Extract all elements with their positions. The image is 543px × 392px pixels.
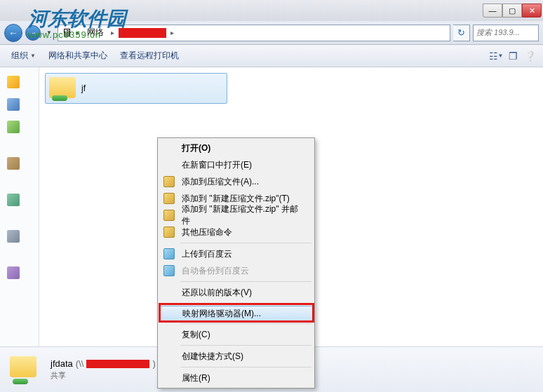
toolbar: 组织 ▼ 网络和共享中心 查看远程打印机 ☷ ▼ ❐ ❔ bbox=[0, 45, 543, 67]
ctx-other-zip[interactable]: 其他压缩命令 bbox=[159, 224, 313, 241]
dropdown-icon: ▼ bbox=[498, 53, 504, 59]
details-item-name: jfdata (\\) bbox=[51, 358, 156, 369]
breadcrumb-redacted bbox=[119, 28, 166, 38]
archive-icon bbox=[163, 210, 175, 221]
archive-icon bbox=[163, 227, 175, 238]
window-controls: — ▢ ✕ bbox=[483, 4, 542, 18]
maximize-button[interactable]: ▢ bbox=[502, 4, 522, 18]
ctx-properties[interactable]: 属性(R) bbox=[159, 370, 313, 386]
ctx-open-new-window[interactable]: 在新窗口中打开(E) bbox=[159, 156, 313, 173]
details-item-type: 共享 bbox=[51, 370, 156, 381]
ctx-copy[interactable]: 复制(C) bbox=[159, 326, 313, 343]
nav-forward-button[interactable]: → bbox=[25, 25, 41, 41]
close-button[interactable]: ✕ bbox=[522, 4, 542, 18]
nav-back-button[interactable]: ← bbox=[4, 24, 22, 42]
ctx-upload-baidu[interactable]: 上传到百度云 bbox=[159, 245, 313, 262]
breadcrumb-network[interactable]: 网络 bbox=[84, 25, 107, 40]
nav-history-dropdown[interactable]: ▼ bbox=[43, 29, 55, 36]
address-bar[interactable]: 🖥 ▸ 网络 ▸ ▸ bbox=[58, 25, 450, 41]
breadcrumb-sep: ▸ bbox=[76, 29, 80, 36]
ctx-separator bbox=[180, 303, 311, 304]
details-text: jfdata (\\) 共享 bbox=[51, 358, 156, 381]
ctx-add-zip-mail[interactable]: 添加到 "新建压缩文件.zip" 并邮件 bbox=[159, 207, 313, 224]
sidebar-favorites-icon[interactable] bbox=[7, 76, 20, 88]
search-input[interactable]: 搜索 193.9... bbox=[473, 25, 539, 41]
sidebar-homegroup-icon[interactable] bbox=[7, 194, 20, 206]
help-button[interactable]: ❔ bbox=[522, 48, 537, 64]
ctx-separator bbox=[180, 367, 311, 367]
cloud-icon bbox=[163, 265, 175, 276]
view-button[interactable]: ☷ ▼ bbox=[488, 48, 504, 64]
address-row: ← → ▼ 🖥 ▸ 网络 ▸ ▸ ↻ 搜索 193.9... bbox=[0, 21, 543, 45]
sidebar-network-icon[interactable] bbox=[7, 266, 20, 279]
ctx-separator bbox=[180, 243, 311, 243]
shared-folder-icon bbox=[8, 355, 42, 384]
folder-item-selected[interactable]: jf bbox=[45, 73, 227, 104]
context-menu: 打开(O) 在新窗口中打开(E) 添加到压缩文件(A)... 添加到 "新建压缩… bbox=[157, 137, 315, 388]
sidebar-downloads-icon[interactable] bbox=[7, 121, 20, 133]
folder-name: jf bbox=[81, 83, 86, 93]
sidebar-computer-icon[interactable] bbox=[7, 230, 20, 243]
ctx-auto-backup: 自动备份到百度云 bbox=[159, 262, 313, 279]
archive-icon bbox=[163, 176, 175, 187]
ctx-restore-version[interactable]: 还原以前的版本(V) bbox=[159, 284, 313, 301]
sidebar-desktop-icon[interactable] bbox=[7, 98, 20, 111]
window-titlebar: — ▢ ✕ bbox=[0, 0, 543, 21]
redacted-server bbox=[86, 360, 149, 368]
content-pane[interactable]: jf 打开(O) 在新窗口中打开(E) 添加到压缩文件(A)... 添加到 "新… bbox=[39, 67, 543, 346]
network-icon: 🖥 bbox=[61, 27, 72, 39]
nav-sidebar bbox=[0, 67, 39, 346]
breadcrumb-sep: ▸ bbox=[111, 29, 114, 36]
ctx-separator bbox=[180, 323, 311, 324]
ctx-map-network-drive[interactable]: 映射网络驱动器(M)... bbox=[159, 306, 313, 321]
ctx-create-shortcut[interactable]: 创建快捷方式(S) bbox=[159, 348, 313, 365]
refresh-button[interactable]: ↻ bbox=[453, 25, 470, 41]
sidebar-libraries-icon[interactable] bbox=[7, 157, 20, 170]
network-center-button[interactable]: 网络和共享中心 bbox=[43, 47, 113, 65]
ctx-open[interactable]: 打开(O) bbox=[159, 140, 313, 156]
cloud-icon bbox=[163, 248, 175, 259]
breadcrumb-sep: ▸ bbox=[170, 29, 174, 36]
dropdown-icon: ▼ bbox=[30, 53, 36, 59]
organize-button[interactable]: 组织 ▼ bbox=[6, 47, 41, 65]
archive-icon bbox=[163, 193, 175, 204]
ctx-separator bbox=[180, 281, 311, 282]
main-area: jf 打开(O) 在新窗口中打开(E) 添加到压缩文件(A)... 添加到 "新… bbox=[0, 67, 543, 346]
minimize-button[interactable]: — bbox=[483, 4, 502, 18]
shared-folder-icon bbox=[48, 76, 77, 101]
remote-printer-button[interactable]: 查看远程打印机 bbox=[114, 47, 185, 65]
ctx-add-archive[interactable]: 添加到压缩文件(A)... bbox=[159, 173, 313, 190]
preview-pane-button[interactable]: ❐ bbox=[505, 48, 521, 64]
ctx-separator bbox=[180, 345, 311, 346]
